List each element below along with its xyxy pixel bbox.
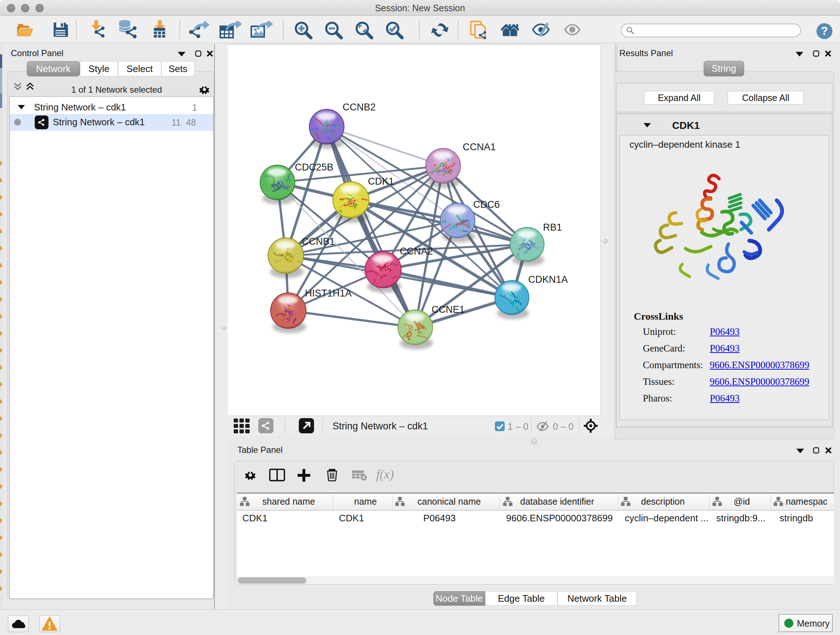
svg-text:CCNA2: CCNA2 xyxy=(400,246,433,257)
svg-text:CCNB1: CCNB1 xyxy=(302,236,335,247)
svg-text:CDKN1A: CDKN1A xyxy=(528,274,568,285)
svg-text:?: ? xyxy=(821,24,828,37)
svg-text:CDK1: CDK1 xyxy=(368,176,394,187)
svg-text:CCNE1: CCNE1 xyxy=(431,304,465,315)
svg-text:HIST1H1A: HIST1H1A xyxy=(305,288,352,299)
svg-text:RB1: RB1 xyxy=(543,222,562,233)
svg-text:CDC6: CDC6 xyxy=(473,199,500,210)
svg-text:CDC25B: CDC25B xyxy=(295,162,333,173)
svg-text:CCNB2: CCNB2 xyxy=(343,102,376,112)
svg-text:CCNA1: CCNA1 xyxy=(463,141,496,152)
